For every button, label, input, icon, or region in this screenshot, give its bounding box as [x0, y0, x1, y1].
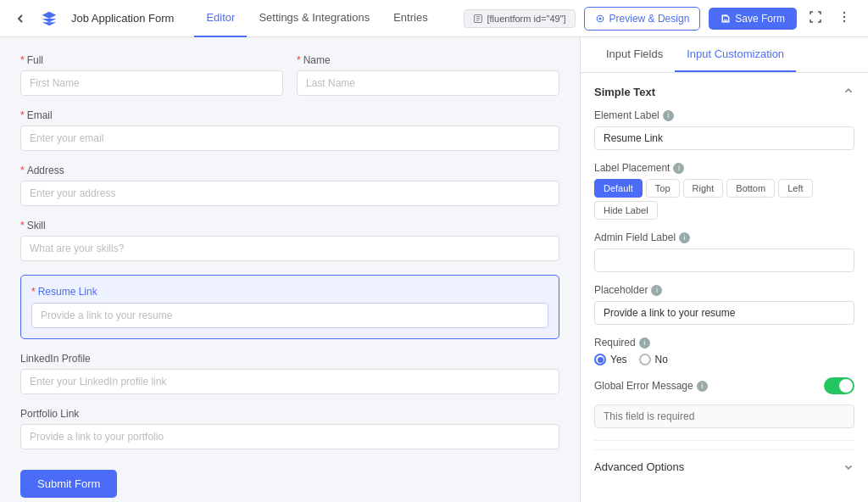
submit-form-button[interactable]: Submit Form — [20, 470, 117, 498]
label-placement-group: Label Placement i Default Top Right Bott… — [594, 162, 854, 220]
placement-bottom[interactable]: Bottom — [726, 179, 775, 198]
email-input[interactable] — [20, 126, 559, 151]
element-label-group: Element Label i — [594, 109, 854, 150]
global-error-group: Global Error Message i — [594, 377, 854, 428]
save-button[interactable]: Save Form — [709, 8, 797, 30]
last-name-field: * Name — [297, 54, 559, 96]
top-nav: Job Application Form Editor Settings & I… — [0, 0, 868, 37]
more-options-button[interactable] — [834, 7, 854, 30]
svg-rect-3 — [724, 19, 728, 21]
form-title: Job Application Form — [71, 12, 174, 25]
app-logo — [41, 10, 58, 27]
back-button[interactable] — [14, 12, 27, 25]
fluent-badge-text: [fluentform id="49"] — [487, 14, 565, 24]
placement-hide-label[interactable]: Hide Label — [594, 201, 658, 220]
email-row: * Email — [20, 109, 559, 151]
admin-field-label-label: Admin Field Label i — [594, 231, 854, 243]
placeholder-info-icon[interactable]: i — [651, 285, 662, 296]
tab-input-customization[interactable]: Input Customization — [675, 37, 796, 72]
linkedin-label: LinkedIn Profile — [20, 353, 559, 365]
required-info-icon[interactable]: i — [639, 337, 650, 349]
svg-point-5 — [843, 12, 845, 14]
placement-default[interactable]: Default — [594, 179, 643, 198]
required-label: Required i — [594, 337, 854, 349]
element-label-label: Element Label i — [594, 109, 854, 121]
portfolio-input[interactable] — [20, 424, 559, 449]
admin-field-label-input[interactable] — [594, 248, 854, 272]
resume-link-selected-row[interactable]: * Resume Link — [20, 275, 559, 339]
fullscreen-button[interactable] — [805, 7, 826, 30]
required-group: Required i Yes No — [594, 337, 854, 365]
full-name-row: * Full * Name — [20, 54, 559, 96]
label-placement-label: Label Placement i — [594, 162, 854, 174]
tab-entries[interactable]: Entries — [381, 0, 439, 37]
required-yes-radio[interactable] — [594, 354, 606, 365]
required-star: * — [20, 54, 25, 66]
email-label: * Email — [20, 109, 559, 121]
email-field: * Email — [20, 109, 559, 151]
required-no[interactable]: No — [639, 354, 668, 365]
placeholder-group: Placeholder i — [594, 284, 854, 325]
section-collapse-button[interactable] — [843, 85, 854, 99]
placeholder-input[interactable] — [594, 301, 854, 325]
required-no-radio[interactable] — [639, 354, 651, 365]
address-input[interactable] — [20, 181, 559, 206]
preview-button[interactable]: Preview & Design — [584, 7, 701, 31]
portfolio-label: Portfolio Link — [20, 408, 559, 420]
global-error-toggle-row: Global Error Message i — [594, 377, 854, 394]
section-title: Simple Text — [594, 86, 655, 98]
skill-label: * Skill — [20, 220, 559, 231]
address-label: * Address — [20, 165, 559, 176]
toggle-thumb — [839, 379, 853, 393]
right-panel-content: Simple Text Element Label i Label Placem… — [581, 73, 868, 502]
placement-top[interactable]: Top — [646, 179, 680, 198]
right-panel: Input Fields Input Customization Simple … — [580, 37, 868, 502]
advanced-options-title: Advanced Options — [594, 460, 684, 473]
fluent-badge[interactable]: [fluentform id="49"] — [464, 9, 575, 28]
address-row: * Address — [20, 165, 559, 206]
skill-field: * Skill — [20, 220, 559, 261]
placement-buttons: Default Top Right Bottom Left Hide Label — [594, 179, 854, 220]
required-star-2: * — [297, 54, 301, 66]
svg-point-2 — [598, 17, 601, 20]
resume-link-label: * Resume Link — [31, 286, 548, 298]
first-name-input[interactable] — [20, 70, 283, 96]
required-radio-group: Yes No — [594, 354, 854, 365]
svg-rect-4 — [724, 14, 727, 16]
svg-point-6 — [843, 16, 845, 18]
global-error-info-icon[interactable]: i — [697, 381, 708, 392]
element-label-input[interactable] — [594, 126, 854, 150]
admin-field-label-group: Admin Field Label i — [594, 231, 854, 272]
tab-settings[interactable]: Settings & Integrations — [247, 0, 381, 37]
divider — [594, 440, 854, 441]
required-yes[interactable]: Yes — [594, 354, 627, 365]
linkedin-row: LinkedIn Profile — [20, 353, 559, 394]
skill-input[interactable] — [20, 236, 559, 261]
right-panel-tabs: Input Fields Input Customization — [581, 37, 868, 73]
placeholder-label: Placeholder i — [594, 284, 854, 296]
placement-left[interactable]: Left — [778, 179, 812, 198]
linkedin-input[interactable] — [20, 369, 559, 394]
label-placement-info-icon[interactable]: i — [673, 163, 684, 174]
nav-tabs: Editor Settings & Integrations Entries — [194, 0, 439, 37]
last-name-input[interactable] — [297, 70, 559, 96]
tab-input-fields[interactable]: Input Fields — [594, 37, 675, 72]
global-error-label: Global Error Message i — [594, 380, 708, 392]
tab-editor[interactable]: Editor — [194, 0, 247, 37]
advanced-options-header[interactable]: Advanced Options — [594, 460, 854, 473]
form-editor: * Full * Name * Email — [0, 37, 580, 502]
global-error-toggle[interactable] — [824, 377, 854, 394]
first-name-label: * Full — [20, 54, 283, 66]
admin-field-label-info-icon[interactable]: i — [679, 232, 690, 243]
linkedin-field: LinkedIn Profile — [20, 353, 559, 394]
main-layout: * Full * Name * Email — [0, 37, 868, 502]
advanced-options-section: Advanced Options — [594, 449, 854, 473]
portfolio-field: Portfolio Link — [20, 408, 559, 449]
svg-point-7 — [843, 20, 845, 22]
first-name-field: * Full — [20, 54, 283, 96]
placement-right[interactable]: Right — [683, 179, 724, 198]
address-field: * Address — [20, 165, 559, 206]
global-error-input[interactable] — [594, 404, 854, 428]
resume-link-input[interactable] — [31, 303, 548, 328]
element-label-info-icon[interactable]: i — [663, 110, 674, 121]
